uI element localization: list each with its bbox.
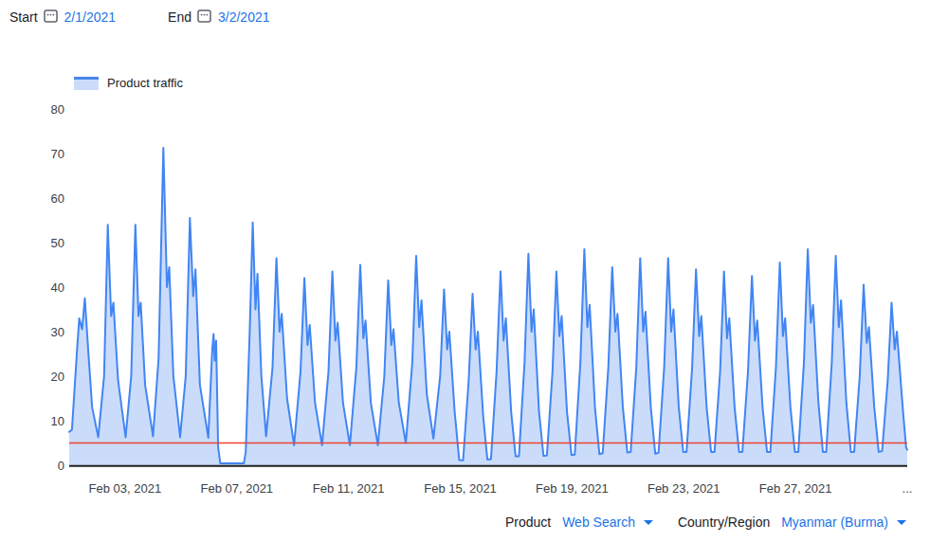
chart-canvas[interactable]: 01020304050607080Feb 03, 2021Feb 07, 202… [0,0,948,512]
y-tick-label: 0 [58,459,64,473]
y-tick-label: 40 [51,280,64,295]
x-tick-label: Feb 27, 2021 [759,481,832,496]
x-tick-label: Feb 15, 2021 [424,481,497,496]
x-tick-label: Feb 03, 2021 [89,481,162,496]
x-tick-label: Feb 23, 2021 [647,481,720,496]
x-tick-label: Feb 07, 2021 [200,481,273,496]
product-select-value: Web Search [562,515,635,530]
x-tick-label-overflow: ... [902,481,913,496]
y-tick-label: 70 [51,147,64,161]
region-select-value: Myanmar (Burma) [781,515,888,530]
region-select[interactable]: Myanmar (Burma) [781,515,906,530]
traffic-area-chart[interactable]: 01020304050607080Feb 03, 2021Feb 07, 202… [0,0,948,512]
y-tick-label: 30 [51,325,64,339]
y-tick-label: 50 [51,236,64,250]
x-tick-label: Feb 11, 2021 [313,481,385,496]
y-tick-label: 80 [51,102,64,117]
y-tick-label: 60 [51,191,64,206]
chevron-down-icon [644,520,653,525]
chevron-down-icon [897,520,906,525]
y-tick-label: 20 [51,370,64,384]
x-tick-label: Feb 19, 2021 [536,481,609,496]
product-label: Product [505,515,551,530]
product-select[interactable]: Web Search [562,515,653,530]
region-label: Country/Region [678,515,770,530]
filter-controls: Product Web Search Country/Region Myanma… [505,515,906,530]
traffic-report-page: Start 2/1/2021 End [0,0,948,560]
y-tick-label: 10 [51,414,64,428]
